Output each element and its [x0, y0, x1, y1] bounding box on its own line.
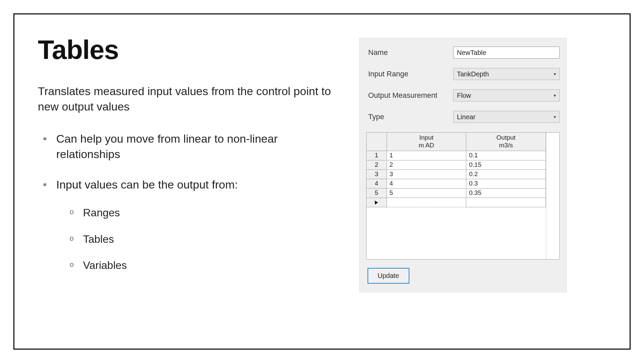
input-header-line2: m AD	[419, 142, 434, 149]
output-header-line2: m3/s	[499, 142, 513, 149]
sub-bullet-item: Ranges	[70, 206, 339, 220]
output-cell[interactable]: 0.35	[466, 188, 546, 198]
table-row[interactable]: 5 5 0.35	[367, 188, 546, 198]
output-header: Output m3/s	[466, 133, 546, 151]
input-cell[interactable]: 3	[387, 169, 466, 179]
table-row[interactable]: 1 1 0.1	[367, 151, 546, 160]
output-cell[interactable]: 0.15	[466, 160, 546, 169]
row-number: 1	[367, 151, 387, 160]
data-table: Input m AD Output m3/s 1 1	[367, 133, 546, 207]
new-output-cell[interactable]	[466, 198, 546, 207]
input-range-label: Input Range	[366, 70, 453, 78]
chevron-down-icon: ▾	[554, 114, 556, 120]
output-header-line1: Output	[496, 134, 515, 141]
output-measurement-value: Flow	[457, 92, 471, 99]
input-cell[interactable]: 1	[387, 151, 466, 160]
output-measurement-label: Output Measurement	[366, 91, 453, 100]
rownum-header	[367, 133, 387, 151]
input-header: Input m AD	[387, 133, 466, 151]
left-column: Tables Translates measured input values …	[38, 34, 339, 329]
chevron-down-icon: ▾	[554, 93, 556, 98]
output-cell[interactable]: 0.3	[466, 179, 546, 188]
slide-subtitle: Translates measured input values from th…	[38, 84, 339, 115]
type-row: Type Linear ▾	[366, 111, 560, 123]
bullet-text: Input values can be the output from:	[56, 178, 238, 191]
table-row[interactable]: 3 3 0.2	[367, 169, 546, 179]
table-row[interactable]: 2 2 0.15	[367, 160, 546, 169]
data-table-container: Input m AD Output m3/s 1 1	[366, 132, 560, 260]
output-cell[interactable]: 0.2	[466, 169, 546, 179]
table-new-row[interactable]	[367, 198, 546, 207]
type-value: Linear	[457, 113, 476, 121]
update-button[interactable]: Update	[368, 268, 409, 284]
chevron-down-icon: ▾	[554, 71, 556, 77]
sub-bullet-list: Ranges Tables Variables	[56, 206, 339, 273]
bullet-item: Can help you move from linear to non-lin…	[43, 131, 339, 162]
slide-title: Tables	[38, 34, 339, 65]
table-dialog: Name Input Range TankDepth ▾ Output Meas…	[359, 38, 567, 292]
new-row-indicator	[367, 198, 387, 207]
row-number: 3	[367, 169, 387, 179]
bullet-item: Input values can be the output from: Ran…	[43, 177, 339, 273]
input-cell[interactable]: 2	[387, 160, 466, 169]
row-number: 4	[367, 179, 387, 188]
input-header-line1: Input	[419, 134, 433, 141]
scroll-gutter[interactable]	[546, 133, 559, 259]
output-cell[interactable]: 0.1	[466, 151, 546, 160]
output-measurement-row: Output Measurement Flow ▾	[366, 89, 560, 101]
input-range-select[interactable]: TankDepth ▾	[453, 68, 560, 80]
input-cell[interactable]: 5	[387, 188, 466, 198]
name-row: Name	[366, 47, 560, 59]
input-range-value: TankDepth	[457, 70, 489, 78]
new-input-cell[interactable]	[387, 198, 466, 207]
sub-bullet-item: Tables	[70, 232, 339, 246]
sub-bullet-item: Variables	[70, 258, 339, 273]
output-measurement-select[interactable]: Flow ▾	[453, 89, 560, 101]
right-column: Name Input Range TankDepth ▾ Output Meas…	[359, 34, 567, 329]
row-number: 2	[367, 160, 387, 169]
input-range-row: Input Range TankDepth ▾	[366, 68, 560, 80]
slide-frame: Tables Translates measured input values …	[13, 13, 631, 350]
row-number: 5	[367, 188, 387, 198]
table-row[interactable]: 4 4 0.3	[367, 179, 546, 188]
bullet-list: Can help you move from linear to non-lin…	[38, 131, 339, 273]
type-select[interactable]: Linear ▾	[453, 111, 560, 123]
name-label: Name	[366, 48, 453, 57]
type-label: Type	[366, 113, 453, 121]
triangle-right-icon	[375, 201, 378, 205]
input-cell[interactable]: 4	[387, 179, 466, 188]
name-input[interactable]	[453, 47, 560, 59]
